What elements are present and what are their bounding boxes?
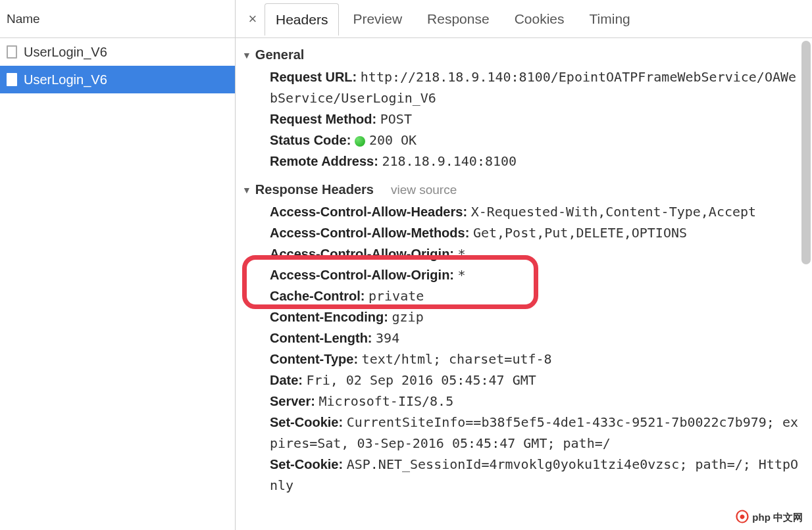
- request-list-item[interactable]: UserLogin_V6: [0, 66, 235, 93]
- header-value: 394: [376, 330, 399, 346]
- header-key: Request URL:: [270, 70, 361, 84]
- header-value: *: [458, 267, 466, 283]
- header-key: Content-Encoding:: [270, 310, 392, 324]
- header-key: Set-Cookie:: [270, 457, 347, 471]
- tabs-container: HeadersPreviewResponseCookiesTiming: [265, 3, 642, 35]
- header-key: Content-Type:: [270, 352, 362, 366]
- document-icon: [7, 73, 17, 86]
- document-icon: [7, 45, 17, 59]
- header-row: Status Code: 200 OK: [270, 130, 799, 151]
- header-row: Cache-Control: private: [270, 285, 799, 306]
- tab-cookies[interactable]: Cookies: [503, 3, 576, 35]
- request-item-label: UserLogin_V6: [24, 45, 107, 60]
- header-value: 218.18.9.140:8100: [382, 153, 517, 169]
- header-value: text/html; charset=utf-8: [362, 351, 552, 367]
- header-row: Access-Control-Allow-Origin: *: [270, 243, 799, 264]
- header-row: Content-Encoding: gzip: [270, 306, 799, 327]
- response-headers-rows: Access-Control-Allow-Headers: X-Requeste…: [242, 201, 805, 504]
- header-value: 200 OK: [369, 132, 417, 148]
- header-key: Access-Control-Allow-Headers:: [270, 205, 471, 219]
- tab-headers[interactable]: Headers: [265, 3, 339, 36]
- status-dot-icon: [355, 136, 365, 147]
- close-icon[interactable]: ×: [243, 11, 262, 28]
- header-value: X-Requested-With,Content-Type,Accept: [471, 204, 756, 220]
- tabs-row: × HeadersPreviewResponseCookiesTiming: [236, 0, 812, 38]
- view-source-link[interactable]: view source: [391, 183, 457, 197]
- request-item-label: UserLogin_V6: [24, 72, 107, 87]
- details-scroll[interactable]: ▼ General Request URL: http://218.18.9.1…: [236, 38, 812, 530]
- header-value: Get,Post,Put,DELETE,OPTIONS: [473, 225, 687, 241]
- request-list: UserLogin_V6UserLogin_V6: [0, 38, 235, 530]
- header-row: Set-Cookie: CurrentSiteInfo==b38f5ef5-4d…: [270, 412, 799, 454]
- response-headers-section-header[interactable]: ▼ Response Headers view source: [242, 180, 805, 201]
- header-value: *: [458, 246, 466, 262]
- header-key: Request Method:: [270, 112, 380, 126]
- watermark: ⦿ php 中文网: [735, 509, 803, 526]
- header-row: Remote Address: 218.18.9.140:8100: [270, 151, 799, 172]
- header-value: private: [368, 288, 424, 304]
- header-value: Microsoft-IIS/8.5: [319, 393, 454, 409]
- general-section-header[interactable]: ▼ General: [242, 45, 805, 66]
- header-row: Content-Type: text/html; charset=utf-8: [270, 349, 799, 370]
- header-row: Content-Length: 394: [270, 327, 799, 349]
- php-logo-icon: ⦿: [735, 509, 749, 526]
- header-value: gzip: [392, 309, 424, 325]
- tab-preview[interactable]: Preview: [342, 3, 413, 35]
- header-value: CurrentSiteInfo==b38f5ef5-4de1-433c-9521…: [270, 414, 798, 451]
- header-key: Access-Control-Allow-Origin:: [270, 268, 458, 282]
- header-key: Access-Control-Allow-Methods:: [270, 226, 473, 240]
- general-section-title: General: [255, 47, 304, 62]
- header-row: Set-Cookie: ASP.NET_SessionId=4rmvoklg0y…: [270, 454, 799, 496]
- header-row: Access-Control-Allow-Headers: X-Requeste…: [270, 201, 799, 222]
- header-row: Server: Microsoft-IIS/8.5: [270, 391, 799, 412]
- header-row: Date: Fri, 02 Sep 2016 05:45:47 GMT: [270, 370, 799, 391]
- general-rows: Request URL: http://218.18.9.140:8100/Ep…: [242, 66, 805, 180]
- tab-response[interactable]: Response: [416, 3, 501, 35]
- watermark-text: php 中文网: [752, 512, 803, 524]
- response-headers-title: Response Headers: [255, 182, 374, 197]
- header-key: Server:: [270, 394, 319, 408]
- header-key: Access-Control-Allow-Origin:: [270, 247, 458, 261]
- header-value: POST: [380, 111, 412, 127]
- header-key: Status Code:: [270, 133, 355, 147]
- header-value: Fri, 02 Sep 2016 05:45:47 GMT: [307, 372, 536, 388]
- disclosure-triangle-icon[interactable]: ▼: [242, 185, 251, 195]
- header-row: Access-Control-Allow-Methods: Get,Post,P…: [270, 222, 799, 243]
- request-list-pane: Name UserLogin_V6UserLogin_V6: [0, 0, 236, 530]
- header-key: Remote Address:: [270, 154, 382, 168]
- header-row: Access-Control-Allow-Origin: *: [270, 264, 799, 285]
- details-pane: × HeadersPreviewResponseCookiesTiming ▼ …: [236, 0, 812, 530]
- name-column-header[interactable]: Name: [0, 0, 235, 38]
- header-key: Cache-Control:: [270, 289, 368, 303]
- header-key: Set-Cookie:: [270, 415, 347, 429]
- header-key: Content-Length:: [270, 331, 376, 345]
- header-key: Date:: [270, 373, 307, 387]
- header-row: Request Method: POST: [270, 108, 799, 130]
- scrollbar-thumb[interactable]: [801, 41, 811, 264]
- name-column-label: Name: [7, 12, 40, 26]
- header-row: Request URL: http://218.18.9.140:8100/Ep…: [270, 66, 799, 108]
- header-value: ASP.NET_SessionId=4rmvoklg0yoku1tzi4e0vz…: [270, 456, 798, 493]
- disclosure-triangle-icon[interactable]: ▼: [242, 50, 251, 60]
- tab-timing[interactable]: Timing: [578, 3, 642, 35]
- request-list-item[interactable]: UserLogin_V6: [0, 38, 235, 66]
